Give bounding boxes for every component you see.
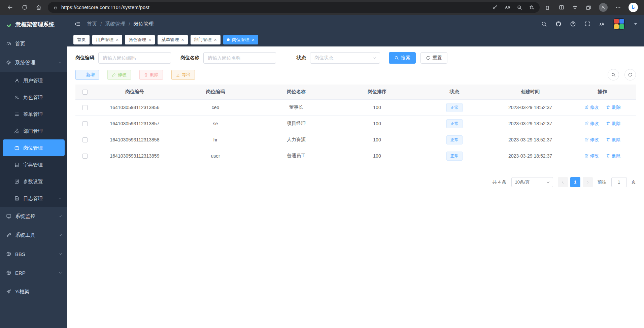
- plus-icon: [80, 73, 84, 77]
- row-edit-link[interactable]: 修改: [584, 153, 599, 159]
- sidebar-item-dept-management[interactable]: 部门管理: [0, 123, 67, 139]
- tab-label: 部门管理: [194, 37, 212, 43]
- refresh-table-button[interactable]: [624, 69, 636, 80]
- post-code-input[interactable]: [98, 52, 171, 64]
- bing-copilot-icon[interactable]: [629, 3, 638, 12]
- page-number-button[interactable]: 1: [570, 177, 580, 187]
- post-name-input[interactable]: [203, 52, 276, 64]
- status-select[interactable]: 岗位状态: [310, 52, 380, 64]
- fullscreen-icon[interactable]: [584, 21, 590, 27]
- tab-post-management[interactable]: 岗位管理×: [223, 35, 258, 44]
- sidebar-item-system-monitor[interactable]: 系统监控: [0, 207, 67, 226]
- font-size-icon[interactable]: [599, 21, 605, 27]
- favorites-bar-icon[interactable]: [572, 4, 578, 10]
- edit-square-icon: [584, 121, 589, 126]
- sidebar-item-system-tools[interactable]: 系统工具: [0, 226, 67, 244]
- close-icon[interactable]: ×: [252, 37, 255, 42]
- next-page-button[interactable]: [583, 177, 593, 187]
- cell-post-name: 董事长: [256, 99, 337, 116]
- row-checkbox[interactable]: [82, 105, 88, 110]
- address-bar[interactable]: https://ccnetcore.com:1101/system/post: [48, 2, 540, 13]
- chevron-down-icon: [58, 214, 62, 218]
- paper-plane-icon: [6, 289, 11, 294]
- leaf-logo-icon: [5, 21, 12, 28]
- toggle-search-button[interactable]: [608, 69, 619, 80]
- select-all-checkbox[interactable]: [82, 90, 88, 95]
- row-edit-link[interactable]: 修改: [584, 121, 599, 127]
- delete-button[interactable]: 删除: [139, 70, 163, 80]
- sidebar-item-home[interactable]: 首页: [0, 34, 67, 53]
- header-search-icon[interactable]: [541, 21, 547, 27]
- sidebar-item-menu-management[interactable]: 菜单管理: [0, 106, 67, 123]
- row-checkbox[interactable]: [82, 154, 88, 159]
- browser-profile-icon[interactable]: [599, 3, 608, 12]
- sidebar-item-post-management[interactable]: 岗位管理: [3, 139, 65, 156]
- zoom-icon[interactable]: [517, 5, 522, 10]
- goto-page-input[interactable]: [611, 177, 627, 187]
- password-key-icon[interactable]: [493, 5, 498, 10]
- close-icon[interactable]: ×: [214, 37, 217, 42]
- row-delete-label: 删除: [612, 121, 620, 127]
- row-delete-link[interactable]: 删除: [606, 121, 620, 127]
- tab-dept-management[interactable]: 部门管理×: [191, 35, 221, 44]
- prev-page-button[interactable]: [558, 177, 568, 187]
- edit-button[interactable]: 修改: [107, 70, 131, 80]
- help-icon[interactable]: [570, 21, 576, 27]
- cell-post-id: 1641030593112313858: [94, 132, 175, 148]
- sidebar-item-role-management[interactable]: 角色管理: [0, 89, 67, 106]
- add-button[interactable]: 新增: [75, 70, 99, 80]
- sidebar-item-log-management[interactable]: 日志管理: [0, 190, 67, 207]
- edit-button-label: 修改: [118, 72, 127, 78]
- cell-created: 2023-03-29 18:52:37: [492, 116, 569, 132]
- refresh-icon[interactable]: [22, 4, 28, 10]
- collections-icon[interactable]: [585, 4, 591, 10]
- sidebar-item-dict-management[interactable]: 字典管理: [0, 156, 67, 173]
- home-icon[interactable]: [36, 4, 42, 10]
- cell-post-id: 1641030593112313859: [94, 148, 175, 164]
- page-size-select[interactable]: 10条/页: [511, 177, 553, 187]
- row-delete-link[interactable]: 删除: [606, 153, 620, 159]
- row-edit-link[interactable]: 修改: [584, 104, 599, 110]
- pagination: 共 4 条 10条/页 1 前往 页: [75, 177, 636, 187]
- url-text[interactable]: https://ccnetcore.com:1101/system/post: [61, 5, 489, 10]
- sidebar-item-erp[interactable]: ERP: [0, 263, 67, 282]
- close-icon[interactable]: ×: [181, 37, 184, 42]
- user-avatar[interactable]: [613, 18, 625, 30]
- close-icon[interactable]: ×: [116, 37, 118, 42]
- reset-button[interactable]: 重置: [420, 52, 447, 64]
- more-menu-icon[interactable]: [615, 4, 621, 10]
- breadcrumb-separator: /: [100, 21, 102, 27]
- tab-role-management[interactable]: 角色管理×: [125, 35, 155, 44]
- split-screen-icon[interactable]: [558, 4, 565, 10]
- extensions-icon[interactable]: [545, 4, 551, 10]
- github-icon[interactable]: [555, 21, 562, 27]
- sidebar-item-system-management[interactable]: 系统管理: [0, 53, 67, 72]
- breadcrumb-system[interactable]: 系统管理: [105, 21, 125, 27]
- row-checkbox[interactable]: [82, 121, 88, 126]
- sidebar-item-param-settings[interactable]: 参数设置: [0, 173, 67, 190]
- book-icon: [14, 162, 20, 167]
- breadcrumb-home[interactable]: 首页: [87, 21, 97, 27]
- cell-post-id: 1641030593112313857: [94, 116, 175, 132]
- tab-menu-management[interactable]: 菜单管理×: [158, 35, 188, 44]
- row-delete-link[interactable]: 删除: [606, 137, 620, 143]
- sidebar-item-user-management[interactable]: 用户管理: [0, 72, 67, 89]
- sidebar-fold-icon[interactable]: [74, 21, 81, 27]
- sidebar-item-yi-framework[interactable]: Yi框架: [0, 282, 67, 301]
- row-edit-link[interactable]: 修改: [584, 137, 599, 143]
- favorite-add-icon[interactable]: [529, 5, 534, 10]
- avatar-caret-icon[interactable]: [634, 23, 637, 25]
- tab-user-management[interactable]: 用户管理×: [92, 35, 122, 44]
- tab-home[interactable]: 首页: [73, 35, 90, 44]
- row-delete-link[interactable]: 删除: [606, 104, 620, 110]
- row-checkbox[interactable]: [82, 137, 88, 142]
- close-icon[interactable]: ×: [148, 37, 151, 42]
- read-aloud-icon[interactable]: [505, 5, 510, 10]
- row-delete-label: 删除: [612, 153, 620, 159]
- sidebar-item-bbs[interactable]: BBS: [0, 244, 67, 263]
- back-icon[interactable]: [7, 4, 13, 11]
- search-button[interactable]: 搜索: [389, 52, 416, 64]
- cell-post-sort: 100: [337, 116, 417, 132]
- trash-icon: [144, 73, 148, 77]
- export-button[interactable]: 导出: [171, 70, 195, 80]
